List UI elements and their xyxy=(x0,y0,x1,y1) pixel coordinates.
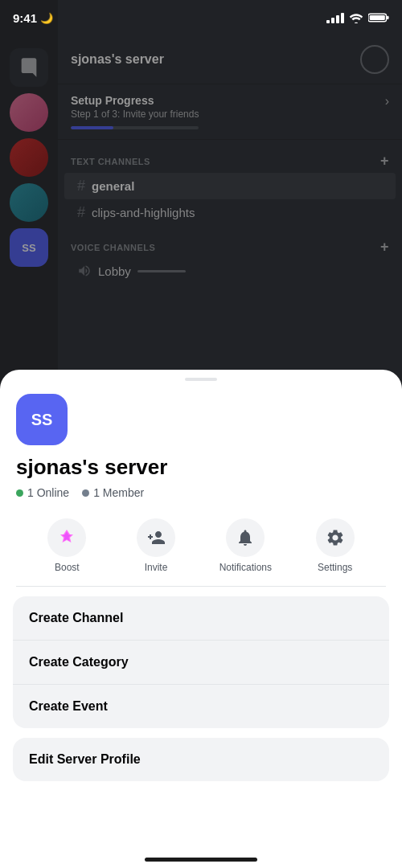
invite-button[interactable]: Invite xyxy=(130,518,182,573)
svg-rect-2 xyxy=(370,15,385,20)
create-channel-item[interactable]: Create Channel xyxy=(13,596,389,641)
bottom-spacer xyxy=(0,791,402,823)
signal-icon xyxy=(326,13,344,23)
notifications-button[interactable]: Notifications xyxy=(219,518,272,573)
create-event-label: Create Event xyxy=(29,699,108,714)
notifications-icon xyxy=(236,528,255,547)
battery-icon xyxy=(368,12,389,23)
status-time: 9:41 xyxy=(13,11,37,25)
profile-menu-section: Edit Server Profile xyxy=(13,738,389,781)
boost-label: Boost xyxy=(55,562,80,573)
server-info: SS sjonas's server 1 Online 1 Member xyxy=(0,381,402,499)
boost-icon xyxy=(57,528,76,547)
action-buttons-row: Boost Invite Notifications xyxy=(16,515,386,587)
create-event-item[interactable]: Create Event xyxy=(13,685,389,728)
settings-icon xyxy=(326,528,345,547)
invite-label: Invite xyxy=(145,562,168,573)
online-dot xyxy=(16,489,23,497)
online-count: 1 Online xyxy=(27,486,69,499)
boost-icon-wrap xyxy=(47,518,86,557)
online-stat: 1 Online xyxy=(16,486,69,499)
notifications-icon-wrap xyxy=(226,518,265,557)
create-menu-section: Create Channel Create Category Create Ev… xyxy=(13,596,389,728)
home-indicator xyxy=(145,858,257,862)
bottom-sheet: SS sjonas's server 1 Online 1 Member Boo… xyxy=(0,370,402,868)
create-category-label: Create Category xyxy=(29,655,129,669)
wifi-icon xyxy=(349,12,363,23)
invite-icon-wrap xyxy=(137,518,175,557)
overlay-dim xyxy=(0,0,402,386)
create-channel-label: Create Channel xyxy=(29,611,123,625)
create-category-item[interactable]: Create Category xyxy=(13,641,389,685)
member-count: 1 Member xyxy=(93,486,144,499)
server-name-large: sjonas's server xyxy=(16,455,386,480)
member-stat: 1 Member xyxy=(82,486,144,499)
invite-icon xyxy=(146,528,166,547)
server-avatar-large: SS xyxy=(16,394,68,445)
edit-server-profile-label: Edit Server Profile xyxy=(29,752,141,767)
boost-button[interactable]: Boost xyxy=(41,518,92,573)
status-bar: 9:41 🌙 xyxy=(0,0,402,35)
settings-icon-wrap xyxy=(316,518,355,557)
edit-server-profile-item[interactable]: Edit Server Profile xyxy=(13,738,389,781)
settings-label: Settings xyxy=(318,562,352,573)
moon-icon: 🌙 xyxy=(40,12,53,24)
status-icons xyxy=(326,12,389,23)
server-stats: 1 Online 1 Member xyxy=(16,486,386,499)
settings-button[interactable]: Settings xyxy=(310,518,361,573)
member-dot xyxy=(82,489,89,497)
svg-rect-1 xyxy=(387,16,389,19)
notifications-label: Notifications xyxy=(219,562,272,573)
